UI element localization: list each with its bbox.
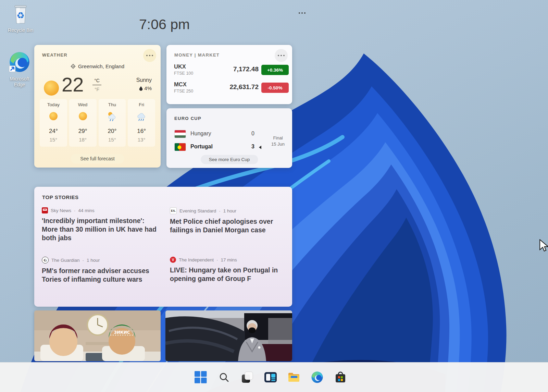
rain-icon [136, 111, 147, 122]
windows-start-icon [195, 371, 207, 383]
change-badge-up: +0.36% [261, 65, 289, 75]
story-headline[interactable]: PM's former race adviser accuses Tories … [42, 267, 160, 284]
guardian-favicon: G [42, 257, 49, 264]
euro-cup-title: EURO CUP [174, 116, 201, 121]
weather-more-button[interactable] [143, 49, 156, 62]
story-separator: · [74, 208, 76, 213]
weather-temperature: 22 [62, 73, 84, 96]
fahrenheit-label[interactable]: °F [92, 87, 102, 92]
file-explorer-button[interactable] [284, 366, 303, 388]
svg-text:ЗИКИС: ЗИКИС [114, 330, 130, 335]
forecast-day[interactable]: Today 24° 15° [40, 99, 67, 147]
story-item[interactable]: V The Independent · 17 mins LIVE: Hungar… [170, 257, 288, 283]
match-status: Final 15 Jun [271, 135, 285, 147]
story-source: Sky News [51, 208, 71, 213]
edge-button[interactable] [308, 366, 327, 388]
sun-icon [43, 80, 60, 96]
task-view-icon [241, 371, 253, 383]
weather-title: WEATHER [42, 52, 67, 58]
news-image-royal[interactable] [165, 310, 292, 361]
celsius-label[interactable]: °C [92, 78, 102, 83]
weather-condition: Sunny [136, 77, 152, 83]
hungary-flag-icon [175, 130, 186, 138]
market-more-button[interactable] [275, 49, 288, 62]
money-market-widget[interactable]: MONEY | MARKET UKX FTSE 100 7,172.48 +0.… [166, 45, 292, 104]
ellipsis-icon [278, 55, 285, 56]
weather-condition-block: Sunny 4% [136, 77, 152, 91]
location-icon [71, 64, 76, 69]
story-age: 1 hour [223, 208, 236, 213]
taskbar: ENG UK 7:06 PM Tuesday 6/15/2021 2 [0, 362, 548, 392]
weather-forecast: Today 24° 15° Wed 29° 18° Thu 20° 15° [40, 99, 155, 147]
mouse-cursor [539, 239, 548, 252]
ellipsis-icon [146, 55, 153, 56]
team-score: 0 [251, 131, 254, 137]
task-view-button[interactable] [238, 366, 257, 388]
top-stories-widget: TOP STORIES Sky News · 44 mins 'Incredib… [34, 187, 292, 307]
story-headline[interactable]: 'Incredibly important milestone': More t… [42, 217, 160, 242]
story-source: Evening Standard [179, 208, 216, 213]
market-row[interactable]: MCX FTSE 250 22,631.72 -0.50% [166, 81, 292, 96]
story-headline[interactable]: Met Police chief apologises over failing… [170, 217, 288, 234]
sunny-icon [77, 111, 88, 122]
edge-icon [311, 371, 323, 383]
desktop-icon-microsoft-edge[interactable]: Microsoft Edge [4, 51, 35, 88]
story-item[interactable]: Sky News · 44 mins 'Incredibly important… [42, 207, 160, 242]
weather-current: 22 °C °F Sunny 4% [34, 76, 161, 100]
story-separator: · [216, 257, 218, 262]
forecast-day[interactable]: Thu 20° 15° [99, 99, 126, 147]
independent-favicon: V [170, 257, 176, 263]
euro-cup-widget[interactable]: EURO CUP Hungary 0 Portugal 3 Final 15 J… [166, 108, 292, 168]
search-icon [219, 372, 229, 383]
see-full-forecast-button[interactable]: See full forecast [71, 154, 124, 163]
story-item[interactable]: G The Guardian · 1 hour PM's former race… [42, 257, 160, 284]
recycle-bin-icon: ♻ [11, 3, 30, 25]
sunny-icon [48, 111, 59, 122]
weather-widget[interactable]: WEATHER Greenwich, England 22 °C °F [34, 45, 161, 168]
droplet-icon [139, 86, 143, 91]
widgets-more-icon[interactable] [299, 12, 306, 14]
story-separator: · [83, 258, 84, 263]
team-name: Portugal [190, 144, 213, 150]
desktop-icon-label: Microsoft Edge [4, 76, 35, 88]
team-score: 3 [251, 144, 254, 150]
story-separator: · [219, 208, 221, 213]
widgets-icon [264, 371, 277, 383]
market-row[interactable]: UKX FTSE 100 7,172.48 +0.36% [166, 63, 292, 78]
team-name: Hungary [190, 131, 211, 137]
news-image-children[interactable]: ЗИКИС [34, 310, 161, 361]
story-item[interactable]: ES. Evening Standard · 1 hour Met Police… [170, 207, 288, 234]
sun-showers-icon [107, 111, 117, 122]
forecast-day[interactable]: Fri 16° 13° [128, 99, 155, 147]
weather-precipitation: 4% [144, 85, 152, 91]
story-source: The Independent [179, 257, 214, 262]
svg-text:♻: ♻ [16, 10, 24, 21]
weather-units[interactable]: °C °F [92, 78, 102, 92]
evening-standard-favicon: ES. [170, 207, 177, 214]
story-headline[interactable]: LIVE: Hungary take on Portugal in openin… [170, 266, 288, 283]
change-badge-down: -0.50% [261, 83, 289, 93]
royal-photo-illustration [165, 310, 292, 361]
search-button[interactable] [214, 366, 234, 388]
desktop: ♻ Recycle Bin Microsoft Edge 7:06 pm [0, 0, 548, 392]
forecast-day[interactable]: Wed 29° 18° [69, 99, 97, 147]
unit-divider [92, 85, 101, 85]
microsoft-store-button[interactable] [331, 366, 350, 388]
story-age: 17 mins [221, 257, 237, 262]
weather-location: Greenwich, England [78, 63, 124, 69]
weather-location-row[interactable]: Greenwich, England [34, 63, 161, 69]
story-source: The Guardian [51, 258, 80, 263]
portugal-flag-icon [175, 143, 186, 151]
top-stories-title: TOP STORIES [42, 194, 79, 200]
market-title: MONEY | MARKET [174, 52, 220, 58]
story-age: 1 hour [87, 258, 100, 263]
desktop-icon-recycle-bin[interactable]: ♻ Recycle Bin [4, 3, 37, 33]
start-button[interactable] [191, 366, 210, 388]
sky-news-favicon [42, 207, 48, 213]
edge-icon [8, 51, 31, 73]
widgets-button[interactable] [261, 366, 280, 388]
see-more-euro-cup-button[interactable]: See more Euro Cup [201, 155, 258, 164]
story-age: 44 mins [78, 208, 95, 213]
desktop-icon-label: Recycle Bin [4, 27, 37, 33]
file-explorer-icon [288, 372, 300, 383]
